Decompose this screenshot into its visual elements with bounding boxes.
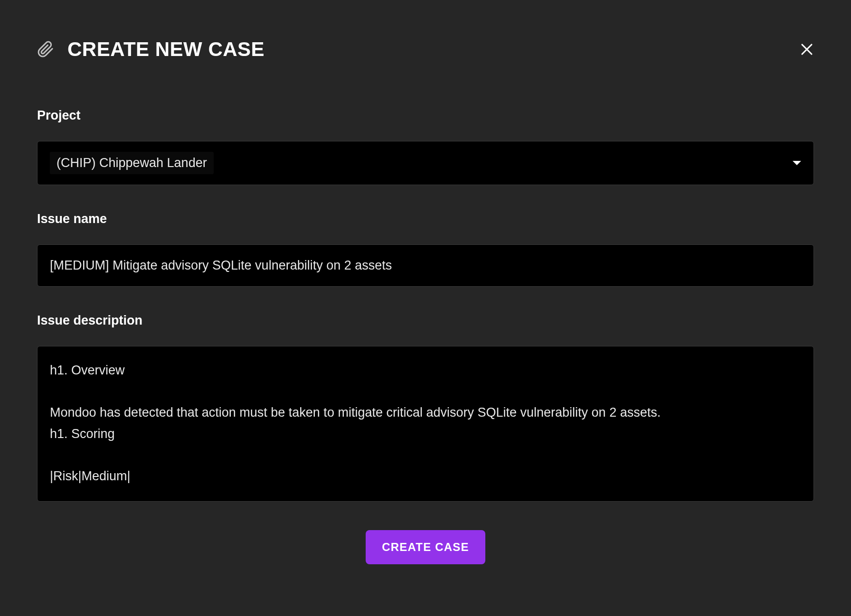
submit-wrapper: CREATE CASE (37, 530, 814, 564)
modal-header: CREATE NEW CASE (37, 38, 814, 61)
project-field-group: Project (CHIP) Chippewah Lander (37, 108, 814, 185)
project-selected-value: (CHIP) Chippewah Lander (50, 152, 214, 174)
issue-description-textarea[interactable]: h1. Overview Mondoo has detected that ac… (37, 346, 814, 502)
project-label: Project (37, 108, 814, 123)
issue-name-input[interactable] (37, 244, 814, 287)
project-select[interactable]: (CHIP) Chippewah Lander (37, 141, 814, 185)
modal-title: CREATE NEW CASE (67, 38, 265, 61)
issue-description-label: Issue description (37, 313, 814, 328)
attachment-icon (37, 41, 54, 58)
chevron-down-icon (793, 161, 801, 165)
create-case-modal: CREATE NEW CASE Project (CHIP) Chippewah… (0, 0, 851, 616)
close-icon[interactable] (800, 42, 814, 56)
header-left: CREATE NEW CASE (37, 38, 265, 61)
issue-name-label: Issue name (37, 212, 814, 226)
issue-name-field-group: Issue name (37, 212, 814, 287)
issue-description-field-group: Issue description h1. Overview Mondoo ha… (37, 313, 814, 504)
create-case-button[interactable]: CREATE CASE (366, 530, 485, 564)
